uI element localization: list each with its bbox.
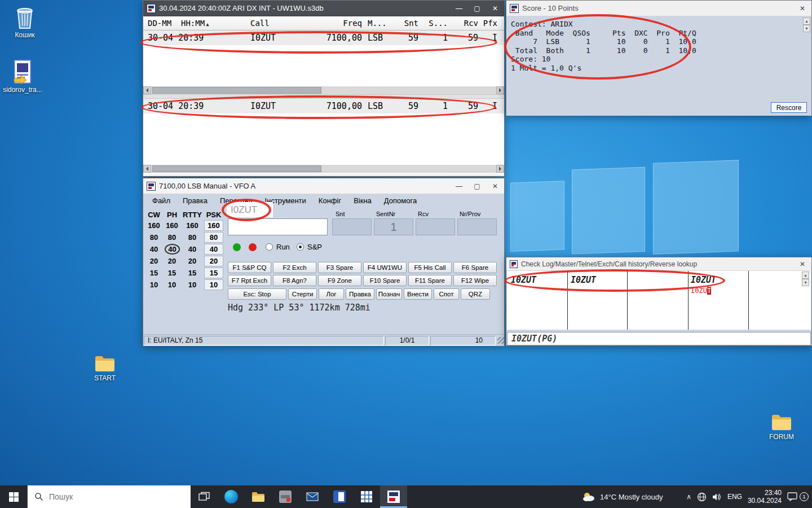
fkey-f10-button[interactable]: F10 Spare	[363, 275, 407, 286]
band-cell[interactable]: 10	[182, 279, 203, 290]
mail-button[interactable]	[299, 485, 326, 508]
band-cell[interactable]: 160	[145, 220, 162, 231]
band-cell[interactable]: 80	[164, 232, 180, 243]
language-indicator[interactable]: ENG	[727, 493, 742, 501]
log-hscrollbar-1[interactable]	[143, 86, 504, 94]
band-cell[interactable]: 160	[182, 220, 203, 231]
file-explorer-button[interactable]	[245, 485, 272, 508]
score-window-titlebar[interactable]: Score - 10 Points ✕	[506, 1, 811, 16]
volume-icon[interactable]	[712, 493, 722, 501]
desktop-icon-forum-folder[interactable]: FORUM	[760, 413, 803, 441]
band-cell[interactable]: 15	[182, 268, 203, 278]
edge-button[interactable]	[218, 485, 245, 508]
fkey-f8-button[interactable]: F8 Agn?	[273, 275, 316, 286]
fkey-f3-button[interactable]: F3 Spare	[318, 262, 361, 273]
check-window-titlebar[interactable]: Check Log/Master/Telnet/Exch/Call histor…	[506, 257, 811, 271]
callsign-input[interactable]	[228, 218, 328, 235]
fkey-f6-button[interactable]: F6 Spare	[453, 262, 497, 273]
start-button[interactable]	[0, 485, 27, 508]
task-view-button[interactable]	[191, 485, 218, 508]
taskbar-clock[interactable]: 23:40 30.04.2024	[748, 489, 782, 505]
spot-button[interactable]: Спот	[434, 288, 459, 300]
maximize-icon[interactable]: ▢	[468, 1, 486, 16]
band-cell[interactable]: 10	[164, 279, 180, 290]
log-hscrollbar-2[interactable]	[143, 165, 504, 173]
column-header-rcv[interactable]: Rcv	[448, 19, 478, 28]
fkey-f7-button[interactable]: F7 Rpt Exch	[228, 275, 271, 286]
menu-windows[interactable]: Вікна	[347, 196, 378, 205]
band-cell[interactable]: 10	[145, 279, 162, 290]
fkey-f2-button[interactable]: F2 Exch	[273, 262, 316, 273]
scroll-right-icon[interactable]	[496, 86, 504, 94]
esc-stop-button[interactable]: Esc: Stop	[228, 288, 286, 300]
search-input[interactable]	[49, 492, 162, 501]
menu-edit[interactable]: Правка	[176, 196, 214, 205]
menu-file[interactable]: Файл	[146, 196, 176, 205]
scroll-left-icon[interactable]	[143, 165, 151, 173]
menu-config[interactable]: Конфіг	[312, 196, 347, 205]
band-cell[interactable]: 160	[164, 220, 180, 231]
band-cell[interactable]: 10	[204, 279, 223, 290]
fkey-f9-button[interactable]: F9 Zone	[318, 275, 361, 286]
desktop-icon-start-folder[interactable]: START	[83, 354, 126, 382]
check-call-history[interactable]: I0ZUT	[691, 275, 716, 285]
spin-up-icon[interactable]: ▲	[802, 271, 809, 279]
log-button[interactable]: Лог	[319, 288, 344, 300]
scroll-right-icon[interactable]	[496, 165, 504, 173]
maximize-icon[interactable]: ▢	[468, 178, 486, 194]
store-button[interactable]: Внести	[404, 288, 432, 300]
menu-help[interactable]: Допомога	[378, 196, 423, 205]
column-header-mode[interactable]: M...	[362, 19, 389, 28]
column-header-datetime[interactable]: DD-MM HH:MM▲	[143, 19, 250, 28]
band-cell[interactable]: 80	[145, 232, 162, 243]
edit-button[interactable]: Правка	[346, 288, 374, 300]
entry-window-titlebar[interactable]: 7100,00 LSB Manual - VFO A — ▢ ✕	[143, 178, 504, 194]
rcv-field[interactable]	[416, 218, 455, 235]
band-cell[interactable]: 40	[204, 244, 223, 255]
sentnr-field[interactable]: 1	[374, 218, 413, 235]
log-qso-row[interactable]: 30-04 20:39 I0ZUT 7100,00 LSB 59 1 59 I	[143, 30, 504, 45]
sp-radio[interactable]	[297, 243, 304, 251]
check-call-master[interactable]: I0ZUT	[571, 275, 596, 285]
scrollbar-thumb[interactable]	[152, 87, 321, 94]
band-cell[interactable]: 160	[204, 220, 223, 231]
n1mm-taskbar-button[interactable]	[380, 485, 407, 508]
fkey-f11-button[interactable]: F11 Spare	[408, 275, 452, 286]
column-header-pfx[interactable]: Pfx	[478, 19, 501, 28]
taskbar-weather[interactable]: 14°C Mostly cloudy	[582, 491, 663, 502]
close-icon[interactable]: ✕	[486, 178, 504, 194]
band-cell[interactable]: 20	[145, 256, 162, 266]
column-header-call[interactable]: Call	[250, 19, 314, 28]
snt-field[interactable]	[332, 218, 372, 235]
fkey-f5-button[interactable]: F5 His Call	[408, 262, 452, 273]
action-center-button[interactable]: 1	[787, 492, 809, 501]
nrprov-field[interactable]	[457, 218, 497, 235]
close-icon[interactable]: ✕	[793, 257, 811, 270]
scroll-left-icon[interactable]	[143, 86, 151, 94]
fkey-f1-button[interactable]: F1 S&P CQ	[228, 262, 271, 273]
column-header-freq[interactable]: Freq	[314, 19, 362, 28]
spin-up-icon[interactable]: ▲	[803, 17, 810, 25]
log-qso-row[interactable]: 30-04 20:39 I0ZUT 7100,00 LSB 59 1 59 I	[143, 99, 504, 113]
minimize-icon[interactable]: —	[450, 178, 468, 194]
band-cell[interactable]: 20	[182, 256, 203, 266]
band-cell[interactable]: 20	[204, 256, 223, 266]
run-radio-label[interactable]: Run	[276, 243, 290, 251]
app-button-1[interactable]	[272, 485, 299, 508]
minimize-icon[interactable]: —	[450, 1, 468, 16]
app-button-2[interactable]	[326, 485, 353, 508]
fkey-f4-button[interactable]: F4 UW1WU	[363, 262, 407, 273]
fkey-f12-button[interactable]: F12 Wipe	[453, 275, 497, 286]
desktop-icon-sidorov-file[interactable]: sidorov_tra...	[1, 59, 44, 94]
resize-grip[interactable]	[497, 337, 504, 344]
band-cell[interactable]: 15	[164, 268, 180, 278]
band-cell[interactable]: 80	[182, 232, 203, 243]
close-icon[interactable]: ✕	[486, 1, 504, 16]
check-call-log[interactable]: I0ZUT	[511, 275, 536, 285]
band-cell[interactable]: 15	[204, 268, 223, 278]
scrollbar-thumb[interactable]	[152, 165, 321, 172]
sp-radio-label[interactable]: S&P	[307, 243, 322, 251]
desktop-icon-recycle-bin[interactable]: Кошик	[3, 5, 46, 39]
band-cell[interactable]: 80	[204, 232, 223, 243]
network-icon[interactable]	[697, 492, 707, 502]
